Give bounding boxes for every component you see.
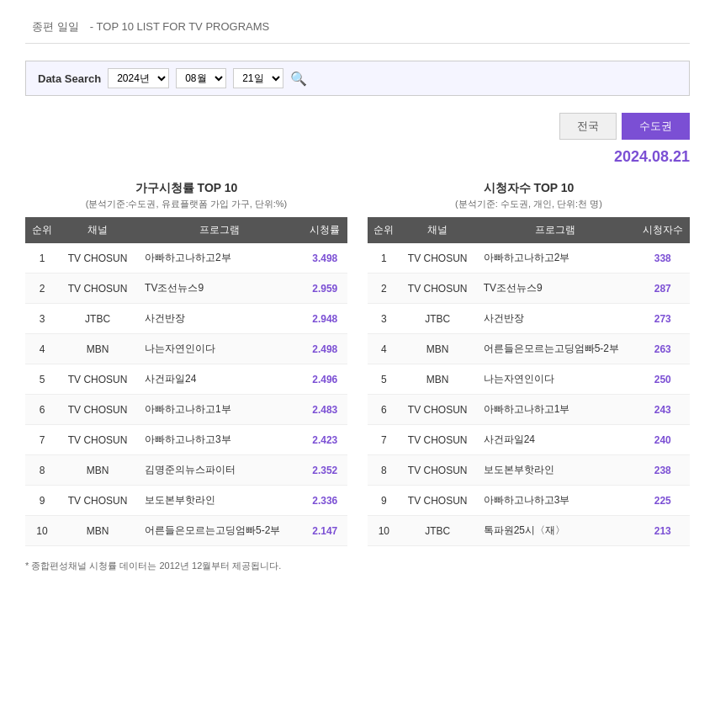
rank-cell: 9 (25, 486, 59, 516)
channel-cell: TV CHOSUN (400, 395, 475, 425)
table-row: 5 TV CHOSUN 사건파일24 2.496 (25, 364, 347, 395)
search-input[interactable] (314, 72, 677, 85)
channel-cell: TV CHOSUN (59, 243, 136, 274)
program-cell: 아빠하고나하고1부 (136, 395, 302, 425)
rating-cell: 2.483 (303, 395, 347, 425)
program-cell: 아빠하고나하고3부 (136, 425, 302, 455)
right-table: 순위 채널 프로그램 시청자수 1 TV CHOSUN 아빠하고나하고2부 33… (368, 217, 690, 546)
region-button-metro[interactable]: 수도권 (622, 113, 690, 140)
rank-cell: 7 (25, 425, 59, 455)
right-col-channel: 채널 (400, 217, 475, 243)
viewers-cell: 250 (635, 364, 690, 395)
table-row: 3 JTBC 사건반장 2.948 (25, 304, 347, 334)
program-cell: 사건반장 (136, 304, 302, 334)
program-cell: TV조선뉴스9 (475, 274, 636, 304)
program-cell: 김명준의뉴스파이터 (136, 455, 302, 486)
rank-cell: 5 (368, 364, 400, 395)
month-select[interactable]: 08월 (176, 68, 226, 88)
channel-cell: TV CHOSUN (400, 425, 475, 455)
rank-cell: 10 (25, 516, 59, 546)
table-row: 10 MBN 어른들은모르는고딩엄빠5-2부 2.147 (25, 516, 347, 546)
program-cell: 나는자연인이다 (136, 334, 302, 364)
viewers-cell: 287 (635, 274, 690, 304)
channel-cell: TV CHOSUN (59, 425, 136, 455)
viewers-cell: 338 (635, 243, 690, 274)
channel-cell: TV CHOSUN (400, 455, 475, 486)
table-row: 9 TV CHOSUN 보도본부핫라인 2.336 (25, 486, 347, 516)
channel-cell: MBN (400, 364, 475, 395)
table-row: 10 JTBC 톡파원25시〈재〉 213 (368, 516, 690, 546)
day-select[interactable]: 21일 (233, 68, 283, 88)
table-row: 1 TV CHOSUN 아빠하고나하고2부 3.498 (25, 243, 347, 274)
region-button-nationwide[interactable]: 전국 (559, 113, 617, 140)
channel-cell: JTBC (59, 304, 136, 334)
channel-cell: MBN (59, 334, 136, 364)
rank-cell: 6 (368, 395, 400, 425)
table-row: 5 MBN 나는자연인이다 250 (368, 364, 690, 395)
program-cell: 어른들은모르는고딩엄빠5-2부 (475, 334, 636, 364)
right-col-rank: 순위 (368, 217, 400, 243)
table-row: 7 TV CHOSUN 사건파일24 240 (368, 425, 690, 455)
program-cell: 사건파일24 (136, 364, 302, 395)
program-cell: 사건파일24 (475, 425, 636, 455)
left-table: 순위 채널 프로그램 시청률 1 TV CHOSUN 아빠하고나하고2부 3.4… (25, 217, 347, 546)
tables-container: 가구시청률 TOP 10 (분석기준:수도권, 유료플랫폼 가입 가구, 단위:… (25, 181, 690, 546)
rank-cell: 1 (368, 243, 400, 274)
rating-cell: 2.336 (303, 486, 347, 516)
channel-cell: TV CHOSUN (59, 274, 136, 304)
title-subtitle: - TOP 10 LIST FOR TV PROGRAMS (90, 20, 270, 33)
channel-cell: TV CHOSUN (59, 395, 136, 425)
table-row: 6 TV CHOSUN 아빠하고나하고1부 243 (368, 395, 690, 425)
table-row: 7 TV CHOSUN 아빠하고나하고3부 2.423 (25, 425, 347, 455)
rank-cell: 5 (25, 364, 59, 395)
viewers-cell: 273 (635, 304, 690, 334)
rank-cell: 3 (25, 304, 59, 334)
rank-cell: 10 (368, 516, 400, 546)
page-title: 종편 일일 - TOP 10 LIST FOR TV PROGRAMS (25, 17, 690, 44)
program-cell: 나는자연인이다 (475, 364, 636, 395)
program-cell: 아빠하고나하고2부 (475, 243, 636, 274)
right-col-program: 프로그램 (475, 217, 636, 243)
program-cell: 아빠하고나하고2부 (136, 243, 302, 274)
rating-cell: 2.147 (303, 516, 347, 546)
table-row: 4 MBN 어른들은모르는고딩엄빠5-2부 263 (368, 334, 690, 364)
rating-cell: 2.498 (303, 334, 347, 364)
channel-cell: TV CHOSUN (59, 486, 136, 516)
right-table-header-row: 순위 채널 프로그램 시청자수 (368, 217, 690, 243)
rank-cell: 9 (368, 486, 400, 516)
table-row: 8 TV CHOSUN 보도본부핫라인 238 (368, 455, 690, 486)
table-row: 6 TV CHOSUN 아빠하고나하고1부 2.483 (25, 395, 347, 425)
left-table-section: 가구시청률 TOP 10 (분석기준:수도권, 유료플랫폼 가입 가구, 단위:… (25, 181, 347, 546)
table-row: 9 TV CHOSUN 아빠하고나하고3부 225 (368, 486, 690, 516)
year-select[interactable]: 2024년 (108, 68, 169, 88)
channel-cell: MBN (59, 455, 136, 486)
rank-cell: 1 (25, 243, 59, 274)
rank-cell: 6 (25, 395, 59, 425)
search-button[interactable]: 🔍 (290, 71, 307, 87)
right-table-title: 시청자수 TOP 10 (368, 181, 690, 196)
program-cell: 아빠하고나하고3부 (475, 486, 636, 516)
table-row: 4 MBN 나는자연인이다 2.498 (25, 334, 347, 364)
program-cell: 아빠하고나하고1부 (475, 395, 636, 425)
table-row: 2 TV CHOSUN TV조선뉴스9 287 (368, 274, 690, 304)
viewers-cell: 263 (635, 334, 690, 364)
search-bar: Data Search 2024년 08월 21일 🔍 (25, 61, 690, 96)
viewers-cell: 238 (635, 455, 690, 486)
rating-cell: 2.352 (303, 455, 347, 486)
channel-cell: JTBC (400, 516, 475, 546)
search-label: Data Search (38, 72, 101, 85)
viewers-cell: 240 (635, 425, 690, 455)
rank-cell: 8 (368, 455, 400, 486)
footer-note: * 종합편성채널 시청률 데이터는 2012년 12월부터 제공됩니다. (25, 560, 690, 572)
viewers-cell: 243 (635, 395, 690, 425)
viewers-cell: 213 (635, 516, 690, 546)
program-cell: 보도본부핫라인 (475, 455, 636, 486)
left-table-subtitle: (분석기준:수도권, 유료플랫폼 가입 가구, 단위:%) (25, 198, 347, 210)
channel-cell: TV CHOSUN (59, 364, 136, 395)
channel-cell: MBN (400, 334, 475, 364)
table-row: 3 JTBC 사건반장 273 (368, 304, 690, 334)
rank-cell: 3 (368, 304, 400, 334)
right-table-section: 시청자수 TOP 10 (분석기준: 수도권, 개인, 단위:천 명) 순위 채… (368, 181, 690, 546)
title-main: 종편 일일 (32, 20, 79, 33)
right-col-viewers: 시청자수 (635, 217, 690, 243)
